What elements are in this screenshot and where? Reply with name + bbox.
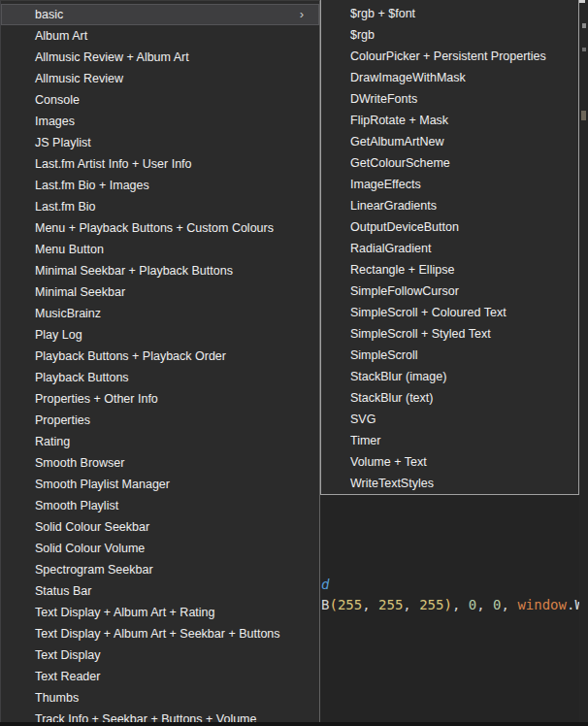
menu-item[interactable]: Playback Buttons + Playback Order [1, 346, 319, 367]
menu-item-label: Smooth Playlist [35, 499, 118, 512]
menu-item[interactable]: Smooth Playlist Manager [1, 474, 319, 495]
menu-item[interactable]: SimpleScroll [321, 345, 578, 366]
menu-item[interactable]: Text Display [1, 644, 319, 666]
menu-item-label: Playback Buttons [35, 371, 129, 384]
menu-item[interactable]: JS Playlist [1, 132, 319, 153]
menu-item[interactable]: MusicBrainz [1, 303, 319, 324]
menu-item-label: LinearGradients [350, 199, 437, 213]
menu-item[interactable]: $rgb [321, 24, 578, 46]
menu-item[interactable]: Allmusic Review [1, 68, 319, 89]
menu-item-label: Images [35, 115, 75, 128]
menu-item-label: Text Display + Album Art + Seekbar + But… [35, 627, 280, 641]
menu-item[interactable]: Menu + Playback Buttons + Custom Colours [1, 217, 319, 239]
code-line: B(255, 255, 255), 0, 0, window.Wid [321, 595, 588, 615]
menu-item[interactable]: StackBlur (text) [321, 387, 578, 409]
menu-item[interactable]: GetAlbumArtNew [321, 131, 578, 152]
menu-item-label: Properties + Other Info [35, 392, 158, 406]
editor-scrollbar[interactable] [579, 0, 588, 726]
menu-item[interactable]: Last.fm Bio + Images [1, 175, 319, 196]
menu-item-label: SimpleScroll + Coloured Text [350, 306, 506, 319]
menu-item-label: Timer [350, 434, 380, 447]
code-token: , [403, 597, 419, 612]
menu-item-label: Album Art [35, 29, 87, 43]
menu-item-label: Menu + Playback Buttons + Custom Colours [35, 221, 274, 235]
menu-item[interactable]: Volume + Text [321, 451, 578, 473]
menu-item[interactable]: RadialGradient [321, 238, 578, 259]
menu-item[interactable]: Minimal Seekbar + Playback Buttons [1, 260, 319, 281]
menu-item-label: SimpleFollowCursor [350, 284, 459, 298]
menu-item[interactable]: Playback Buttons [1, 367, 319, 388]
menu-item[interactable]: DrawImageWithMask [321, 67, 578, 88]
menu-item[interactable]: Allmusic Review + Album Art [1, 47, 319, 68]
menu-item[interactable]: $rgb + $font [321, 3, 578, 24]
menu-item[interactable]: Rectangle + Ellipse [321, 259, 578, 280]
menu-item[interactable]: Last.fm Bio [1, 196, 319, 217]
menu-item-label: GetAlbumArtNew [350, 135, 444, 148]
code-token: , [452, 597, 469, 612]
menu-item[interactable]: SimpleFollowCursor [321, 280, 578, 302]
menu-item-label: Console [35, 93, 80, 107]
menu-item-label: FlipRotate + Mask [350, 114, 448, 127]
context-menu: basic›Album ArtAllmusic Review + Album A… [0, 0, 320, 722]
menu-item[interactable]: Text Reader [1, 666, 319, 687]
menu-item-label: Last.fm Bio [35, 200, 96, 214]
menu-item-label: Rating [35, 435, 70, 448]
menu-item-label: GetColourScheme [350, 156, 450, 170]
menu-item[interactable]: Properties [1, 410, 319, 431]
menu-item-label: $rgb [350, 28, 375, 42]
menu-item-label: ImageEffects [350, 178, 421, 191]
menu-item-label: SimpleScroll [350, 348, 417, 362]
menu-item[interactable]: Play Log [1, 324, 319, 346]
code-editor-text: dB(255, 255, 255), 0, 0, window.Wid [321, 575, 588, 615]
menu-item[interactable]: SimpleScroll + Coloured Text [321, 302, 578, 323]
menu-item[interactable]: FlipRotate + Mask [321, 110, 578, 131]
menu-item[interactable]: Solid Colour Volume [1, 538, 319, 559]
menu-item[interactable]: Menu Button [1, 239, 319, 260]
menu-item[interactable]: SVG [321, 409, 578, 430]
window-bottom-edge [0, 722, 588, 726]
menu-item[interactable]: Smooth Browser [1, 452, 319, 474]
menu-item[interactable]: OutputDeviceButton [321, 216, 578, 238]
menu-item[interactable]: StackBlur (image) [321, 366, 578, 387]
menu-item-label: $rgb + $font [350, 7, 415, 20]
menu-item-label: Menu Button [35, 243, 104, 256]
menu-item-label: Text Display + Album Art + Rating [35, 606, 215, 619]
menu-item[interactable]: basic› [1, 4, 319, 25]
code-token: 255 [378, 597, 403, 612]
menu-item[interactable]: Spectrogram Seekbar [1, 559, 319, 580]
menu-item[interactable]: Timer [321, 430, 578, 451]
menu-item[interactable]: Album Art [1, 25, 319, 47]
menu-item[interactable]: Minimal Seekbar [1, 281, 319, 303]
menu-item-label: MusicBrainz [35, 307, 101, 320]
menu-item[interactable]: Properties + Other Info [1, 388, 319, 410]
scrollbar-mark [582, 48, 586, 51]
scrollbar-mark [581, 111, 586, 120]
menu-item[interactable]: LinearGradients [321, 195, 578, 216]
menu-item-label: StackBlur (text) [350, 391, 433, 405]
menu-item-label: Allmusic Review + Album Art [35, 50, 189, 64]
menu-item[interactable]: SimpleScroll + Styled Text [321, 323, 578, 345]
menu-item[interactable]: Images [1, 111, 319, 132]
menu-item[interactable]: DWriteFonts [321, 88, 578, 110]
menu-item[interactable]: Solid Colour Seekbar [1, 516, 319, 538]
menu-item[interactable]: Thumbs [1, 687, 319, 709]
menu-item[interactable]: Last.fm Artist Info + User Info [1, 153, 319, 175]
code-token: d [321, 577, 329, 592]
context-submenu-list: $rgb + $font$rgbColourPicker + Persisten… [321, 3, 578, 494]
menu-item[interactable]: Rating [1, 431, 319, 452]
menu-item[interactable]: Text Display + Album Art + Seekbar + But… [1, 623, 319, 644]
menu-item[interactable]: ColourPicker + Persistent Properties [321, 46, 578, 67]
menu-item[interactable]: Console [1, 89, 319, 111]
menu-item[interactable]: ImageEffects [321, 174, 578, 195]
menu-item[interactable]: GetColourScheme [321, 152, 578, 174]
menu-item-label: Last.fm Artist Info + User Info [35, 157, 192, 171]
code-line: d [321, 575, 588, 595]
menu-item[interactable]: WriteTextStyles [321, 473, 578, 494]
code-token: ( [329, 597, 337, 612]
menu-item[interactable]: Text Display + Album Art + Rating [1, 602, 319, 623]
menu-item-label: WriteTextStyles [350, 477, 434, 490]
menu-item[interactable]: Status Bar [1, 580, 319, 602]
menu-item-label: Smooth Playlist Manager [35, 478, 170, 491]
menu-item-label: Text Display [35, 648, 100, 662]
menu-item[interactable]: Smooth Playlist [1, 495, 319, 516]
